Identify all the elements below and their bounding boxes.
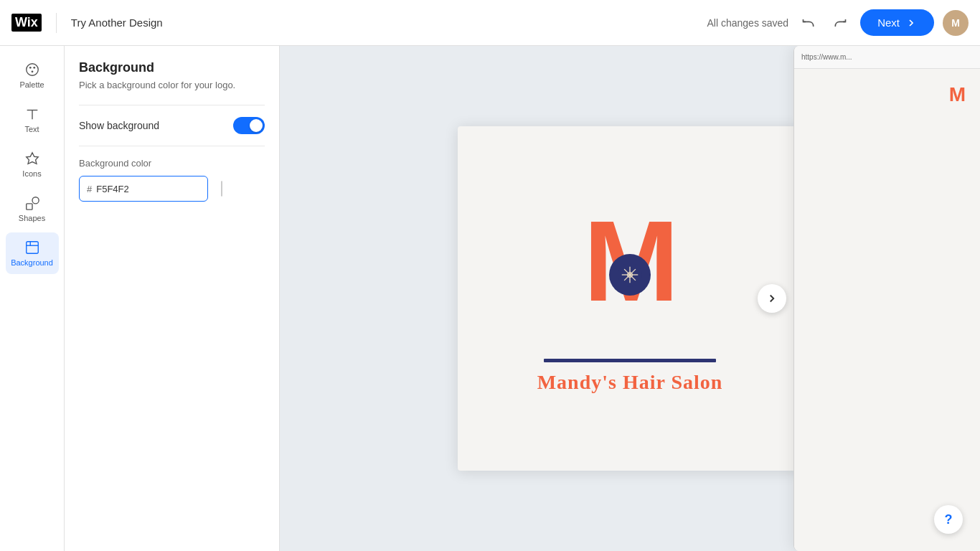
redo-button[interactable]	[829, 11, 852, 34]
color-input-row[interactable]: #	[79, 176, 208, 202]
help-icon: ?	[945, 512, 953, 527]
avatar[interactable]: M	[943, 10, 969, 36]
sidebar-item-palette-label: Palette	[19, 80, 44, 89]
main-content: Palette Text Icons Shapes	[0, 46, 980, 551]
svg-rect-7	[26, 204, 32, 209]
background-icon	[24, 240, 40, 255]
canvas-next-button[interactable]	[758, 284, 786, 313]
browser-url-bar: https://www.m...	[794, 46, 980, 69]
sidebar: Palette Text Icons Shapes	[0, 46, 65, 551]
svg-point-18	[629, 273, 631, 275]
svg-point-1	[29, 67, 31, 69]
color-swatch[interactable]	[221, 181, 222, 197]
sidebar-item-text-label: Text	[24, 125, 39, 133]
wix-logo-text: Wix	[11, 14, 42, 32]
show-background-toggle[interactable]	[233, 117, 265, 134]
panel-divider-2	[79, 146, 265, 146]
next-button[interactable]: Next	[860, 9, 934, 36]
salon-icon	[617, 262, 643, 288]
sidebar-item-icons[interactable]: Icons	[6, 143, 59, 185]
show-background-row: Show background	[79, 117, 265, 134]
svg-rect-9	[26, 242, 38, 254]
browser-content: M	[794, 69, 980, 551]
color-hash: #	[87, 184, 92, 194]
help-button[interactable]: ?	[934, 505, 963, 534]
sidebar-item-background[interactable]: Background	[6, 232, 59, 274]
header-title: Try Another Design	[71, 17, 163, 29]
logo-underline	[544, 359, 716, 362]
header-right: All changes saved Next M	[707, 9, 969, 36]
browser-url-text: https://www.m...	[801, 53, 852, 61]
save-status: All changes saved	[707, 17, 789, 29]
toggle-slider	[233, 117, 265, 134]
svg-point-2	[33, 67, 35, 69]
browser-logo-mini: M	[949, 83, 966, 106]
canvas-next-icon	[765, 292, 778, 305]
svg-point-0	[26, 64, 38, 76]
sidebar-item-background-label: Background	[11, 258, 53, 267]
browser-preview: https://www.m... M	[793, 46, 980, 551]
sidebar-item-text[interactable]: Text	[6, 99, 59, 141]
sidebar-item-palette[interactable]: Palette	[6, 55, 59, 96]
logo-circle-badge	[609, 254, 651, 296]
panel-divider	[79, 105, 265, 105]
sidebar-item-shapes[interactable]: Shapes	[6, 188, 59, 230]
color-value-input[interactable]	[96, 184, 217, 194]
svg-point-8	[32, 197, 39, 204]
header-divider	[56, 13, 57, 33]
palette-icon	[24, 62, 40, 77]
toggle-knob	[250, 119, 263, 132]
background-panel: Background Pick a background color for y…	[65, 46, 280, 551]
sidebar-item-icons-label: Icons	[22, 169, 41, 178]
logo-graphic: M	[544, 204, 716, 347]
shapes-icon	[24, 195, 40, 211]
wix-logo: Wix	[11, 14, 42, 32]
header: Wix Try Another Design All changes saved…	[0, 0, 980, 46]
show-background-label: Show background	[79, 120, 159, 131]
undo-button[interactable]	[797, 11, 820, 34]
svg-point-3	[31, 70, 33, 72]
canvas-area: M	[280, 46, 980, 551]
svg-marker-6	[26, 153, 38, 164]
star-icon	[24, 151, 40, 166]
panel-subtitle: Pick a background color for your logo.	[79, 80, 265, 90]
color-section-label: Background color	[79, 158, 265, 169]
logo-card: M	[458, 126, 802, 471]
sidebar-item-shapes-label: Shapes	[19, 214, 45, 222]
panel-title: Background	[79, 60, 265, 75]
next-button-label: Next	[877, 17, 900, 29]
text-icon	[24, 106, 40, 122]
logo-business-name: Mandy's Hair Salon	[537, 371, 723, 394]
